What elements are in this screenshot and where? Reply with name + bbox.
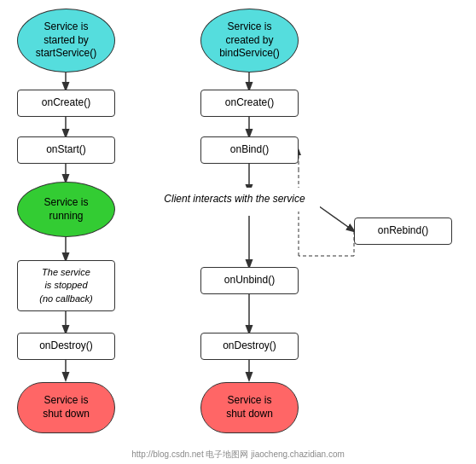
svg-line-12 bbox=[316, 204, 354, 231]
onrebind: onRebind() bbox=[354, 218, 452, 245]
service-stopped-label: The service is stopped (no callback) bbox=[17, 260, 115, 311]
ondestroy-right: onDestroy() bbox=[200, 333, 299, 360]
shutdown-left-oval: Service is shut down bbox=[17, 382, 115, 433]
oncreate-right: onCreate() bbox=[200, 90, 299, 117]
onstart: onStart() bbox=[17, 136, 115, 164]
oncreate-left: onCreate() bbox=[17, 90, 115, 117]
onunbind: onUnbind() bbox=[200, 267, 299, 294]
onbind: onBind() bbox=[200, 136, 299, 164]
service-running-oval: Service is running bbox=[17, 182, 115, 237]
diagram: Service is started by startService() Ser… bbox=[0, 0, 476, 464]
start-service-oval: Service is started by startService() bbox=[17, 9, 115, 72]
ondestroy-left: onDestroy() bbox=[17, 333, 115, 360]
client-interacts-label: Client interacts with the service bbox=[149, 188, 320, 212]
watermark: http://blog.csdn.net 电子地图网 jiaocheng.cha… bbox=[131, 449, 345, 461]
bind-service-oval: Service is created by bindService() bbox=[200, 9, 299, 72]
shutdown-right-oval: Service is shut down bbox=[200, 382, 299, 433]
